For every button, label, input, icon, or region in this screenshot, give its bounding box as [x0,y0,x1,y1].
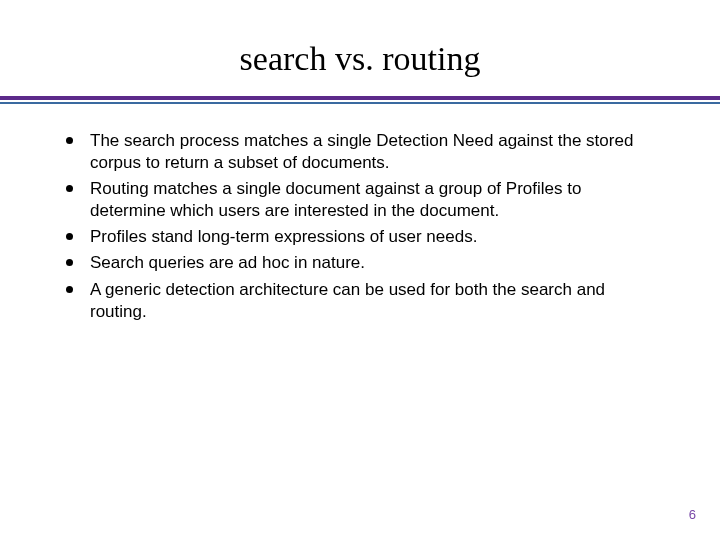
title-divider [0,96,720,104]
slide: search vs. routing The search process ma… [0,0,720,540]
list-item: Profiles stand long-term expressions of … [60,226,660,248]
list-item: Routing matches a single document agains… [60,178,660,222]
content-area: The search process matches a single Dete… [0,104,720,323]
list-item: A generic detection architecture can be … [60,279,660,323]
page-title: search vs. routing [0,0,720,96]
page-number: 6 [689,507,696,522]
list-item: Search queries are ad hoc in nature. [60,252,660,274]
bullet-list: The search process matches a single Dete… [60,130,660,323]
divider-line-primary [0,96,720,100]
list-item: The search process matches a single Dete… [60,130,660,174]
